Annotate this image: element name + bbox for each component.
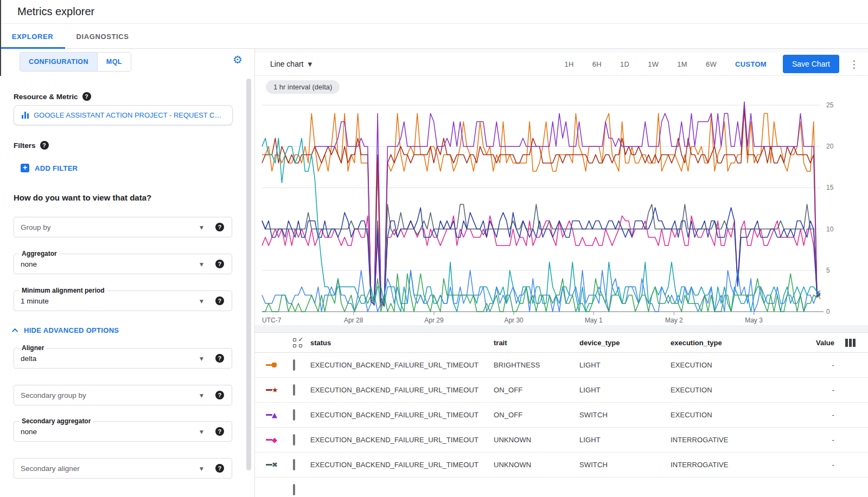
cell-value: - bbox=[804, 361, 838, 369]
row-checkbox[interactable] bbox=[293, 459, 295, 470]
cell-status: EXECUTION_BACKEND_FAILURE_URL_TIMEOUT bbox=[310, 411, 494, 419]
help-icon[interactable]: ? bbox=[215, 296, 224, 305]
table-row[interactable]: ▲EXECUTION_BACKEND_FAILURE_URL_TIMEOUTON… bbox=[255, 403, 868, 428]
gear-icon[interactable]: ⚙ bbox=[233, 54, 242, 65]
cell-trait: UNKNOWN bbox=[494, 436, 579, 444]
save-chart-button[interactable]: Save Chart bbox=[783, 55, 839, 73]
series-marker-cell: ✖ bbox=[255, 461, 293, 468]
window-left-edge bbox=[0, 0, 1, 76]
tab-explorer[interactable]: EXPLORER bbox=[0, 24, 65, 49]
dropdown-arrow-icon: ▼ bbox=[200, 299, 203, 304]
interval-chip[interactable]: 1 hr interval (delta) bbox=[266, 80, 340, 94]
group-by-select[interactable]: Group by▼? bbox=[14, 217, 232, 237]
range-custom-button[interactable]: CUSTOM bbox=[735, 60, 767, 68]
help-icon[interactable]: ? bbox=[215, 223, 224, 231]
checkbox-cell bbox=[293, 460, 310, 470]
help-icon[interactable]: ? bbox=[215, 354, 224, 363]
secondary-aggregator-select[interactable]: Secondary aggregatornone▼? bbox=[14, 421, 232, 442]
secondary-aggregator-value: none bbox=[21, 428, 37, 436]
column-header-trait[interactable]: trait bbox=[494, 339, 579, 347]
series-marker-icon: ★ bbox=[266, 386, 293, 393]
help-icon[interactable]: ? bbox=[215, 391, 224, 399]
svg-text:May 1: May 1 bbox=[585, 317, 603, 324]
view-data-question: How do you want to view that data? bbox=[14, 193, 151, 202]
cell-status: EXECUTION_BACKEND_FAILURE_URL_TIMEOUT bbox=[310, 461, 494, 469]
chevron-down-icon: ▼ bbox=[308, 61, 312, 67]
series-marker-cell: ★ bbox=[255, 386, 293, 393]
svg-text:25: 25 bbox=[826, 101, 834, 109]
mode-toggle: CONFIGURATION MQL bbox=[20, 52, 131, 72]
group-by-placeholder: Group by bbox=[21, 223, 51, 231]
series-marker-icon: ✖ bbox=[266, 461, 293, 468]
row-checkbox[interactable] bbox=[293, 359, 295, 371]
more-vert-icon[interactable]: ⋮ bbox=[849, 58, 859, 70]
configuration-toggle-button[interactable]: CONFIGURATION bbox=[20, 53, 97, 71]
range-1w-button[interactable]: 1W bbox=[648, 60, 659, 68]
aligner-select[interactable]: Alignerdelta▼? bbox=[14, 348, 232, 369]
mql-toggle-button[interactable]: MQL bbox=[97, 53, 131, 71]
cell-status: EXECUTION_BACKEND_FAILURE_URL_TIMEOUT bbox=[310, 386, 494, 394]
svg-text:May 2: May 2 bbox=[665, 317, 683, 324]
row-checkbox[interactable] bbox=[293, 409, 295, 421]
secondary-group-by-select[interactable]: Secondary group by▼? bbox=[14, 385, 232, 405]
checkbox-cell bbox=[293, 385, 310, 395]
dropdown-arrow-icon: ▼ bbox=[200, 262, 203, 267]
cell-status: EXECUTION_BACKEND_FAILURE_URL_TIMEOUT bbox=[310, 361, 494, 369]
table-header-row: ✓statustraitdevice_typeexecution_typeVal… bbox=[255, 332, 868, 353]
row-checkbox[interactable] bbox=[293, 384, 295, 396]
aggregator-select[interactable]: Aggregatornone▼? bbox=[14, 254, 232, 274]
range-6h-button[interactable]: 6H bbox=[592, 60, 602, 68]
left-panel-scrollbar[interactable] bbox=[246, 79, 251, 470]
range-6w-button[interactable]: 6W bbox=[706, 60, 717, 68]
range-1m-button[interactable]: 1M bbox=[677, 60, 687, 68]
filters-label: Filters ? bbox=[14, 141, 49, 150]
minimum-alignment-period-select[interactable]: Minimum alignment period1 minute▼? bbox=[14, 291, 232, 311]
cell-device-type: LIGHT bbox=[579, 361, 671, 369]
select-all-icon[interactable]: ✓ bbox=[293, 338, 302, 347]
legend-table: ✓statustraitdevice_typeexecution_typeVal… bbox=[255, 332, 868, 497]
help-icon[interactable]: ? bbox=[215, 427, 224, 436]
column-header-execution-type[interactable]: execution_type bbox=[671, 339, 804, 347]
chart-type-dropdown[interactable]: Line chart ▼ bbox=[270, 60, 312, 68]
column-header-status[interactable]: status bbox=[310, 339, 494, 347]
help-icon[interactable]: ? bbox=[215, 260, 224, 268]
aggregator-label: Aggregator bbox=[19, 250, 60, 257]
hide-advanced-options-button[interactable]: HIDE ADVANCED OPTIONS bbox=[14, 326, 119, 334]
checkbox-cell bbox=[293, 435, 310, 445]
column-picker-icon[interactable] bbox=[845, 339, 868, 347]
series-marker-icon bbox=[266, 363, 293, 367]
time-range-buttons: 1H6H1D1W1M6W CUSTOM bbox=[565, 60, 767, 68]
help-icon[interactable]: ? bbox=[215, 464, 224, 473]
table-row[interactable]: EXECUTION_BACKEND_FAILURE_URL_TIMEOUTBRI… bbox=[255, 353, 868, 378]
resource-metric-chip[interactable]: GOOGLE ASSISTANT ACTION PROJECT - REQUES… bbox=[14, 105, 233, 125]
secondary-aligner-placeholder: Secondary aligner bbox=[21, 464, 80, 473]
svg-text:10: 10 bbox=[826, 225, 834, 233]
chevron-up-icon bbox=[12, 328, 18, 334]
tab-diagnostics[interactable]: DIAGNOSTICS bbox=[65, 24, 140, 49]
bar-chart-icon bbox=[22, 112, 29, 119]
help-icon[interactable]: ? bbox=[40, 141, 49, 150]
table-row[interactable]: ◆EXECUTION_BACKEND_FAILURE_URL_TIMEOUTUN… bbox=[255, 428, 868, 453]
dropdown-arrow-icon: ▼ bbox=[200, 466, 203, 472]
configuration-panel: CONFIGURATION MQL ⚙ Resource & Metric ? … bbox=[0, 49, 255, 497]
column-header-device-type[interactable]: device_type bbox=[579, 339, 671, 347]
help-icon[interactable]: ? bbox=[82, 92, 91, 101]
table-row[interactable]: ✖EXECUTION_BACKEND_FAILURE_URL_TIMEOUTUN… bbox=[255, 453, 868, 477]
cell-execution-type: INTERROGATIVE bbox=[671, 461, 804, 469]
secondary-aligner-select[interactable]: Secondary aligner▼? bbox=[14, 458, 232, 479]
row-checkbox[interactable] bbox=[293, 484, 295, 495]
series-marker-cell: ◆ bbox=[255, 436, 293, 443]
range-1d-button[interactable]: 1D bbox=[620, 60, 629, 68]
cell-value: - bbox=[804, 461, 838, 469]
row-checkbox[interactable] bbox=[293, 434, 295, 446]
table-row-partial[interactable] bbox=[255, 477, 868, 497]
plus-icon: + bbox=[21, 164, 29, 172]
dropdown-arrow-icon: ▼ bbox=[200, 356, 203, 362]
timeseries-chart[interactable]: 0510152025UTC-7Apr 28Apr 29Apr 30May 1Ma… bbox=[255, 76, 868, 331]
table-row[interactable]: ★EXECUTION_BACKEND_FAILURE_URL_TIMEOUTON… bbox=[255, 378, 868, 403]
add-filter-button[interactable]: + ADD FILTER bbox=[21, 164, 78, 172]
cell-trait: ON_OFF bbox=[494, 411, 579, 419]
cell-execution-type: EXECUTION bbox=[671, 411, 804, 419]
range-1h-button[interactable]: 1H bbox=[565, 60, 574, 68]
column-header-value[interactable]: Value bbox=[804, 339, 838, 347]
